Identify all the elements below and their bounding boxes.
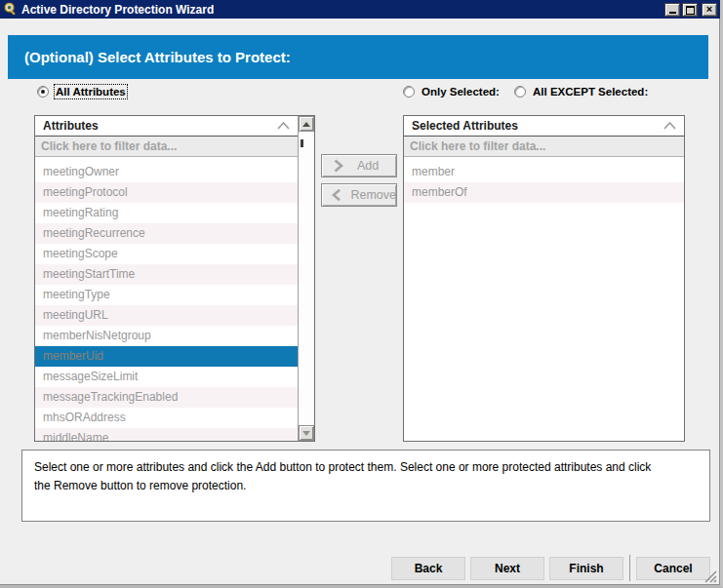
close-icon: × — [706, 3, 712, 16]
instructions-text: Select one or more attributes and click … — [34, 458, 659, 494]
radio-button-icon[interactable] — [37, 86, 49, 98]
page-title: (Optional) Select Attributes to Protect: — [24, 49, 291, 65]
minimize-button[interactable] — [664, 3, 680, 17]
selected-attributes-list-rows: membermemberOf — [404, 157, 684, 441]
scroll-up-button[interactable] — [299, 116, 314, 132]
scroll-up-arrow-icon — [302, 122, 310, 127]
attributes-filter-input[interactable]: Click here to filter data... — [35, 137, 298, 157]
attribute-scope-radios: All Attributes Only Selected: All EXCEPT… — [0, 86, 720, 105]
selected-attributes-filter-placeholder: Click here to filter data... — [410, 139, 545, 153]
remove-button-label: Remove — [350, 188, 396, 202]
add-button-label: Add — [357, 159, 379, 173]
attributes-scrollbar[interactable] — [298, 116, 314, 441]
attributes-list-title: Attributes — [43, 119, 99, 133]
minimize-icon — [669, 12, 676, 14]
finish-button[interactable]: Finish — [549, 557, 623, 580]
attributes-list-header[interactable]: Attributes — [35, 116, 298, 137]
attributes-list-rows: meetingOwnermeetingProtocolmeetingRating… — [35, 157, 298, 441]
scrollbar-track[interactable] — [299, 132, 314, 425]
list-item[interactable]: messageSizeLimit — [35, 367, 298, 387]
radio-only-selected[interactable]: Only Selected: — [403, 86, 500, 98]
list-item[interactable]: meetingRating — [35, 203, 298, 223]
radio-button-icon[interactable] — [514, 86, 526, 98]
chevron-left-icon — [332, 188, 341, 202]
scrollbar-thumb[interactable] — [301, 139, 303, 147]
remove-button[interactable]: Remove — [321, 183, 397, 207]
maximize-icon — [686, 6, 695, 15]
selected-attributes-list-title: Selected Attributes — [412, 119, 518, 133]
resize-grip-icon[interactable] — [701, 567, 717, 583]
instructions-box: Select one or more attributes and click … — [21, 450, 710, 522]
titlebar-buttons: × — [664, 3, 717, 17]
list-item[interactable]: middleName — [35, 428, 298, 441]
radio-all-attributes[interactable]: All Attributes — [37, 86, 126, 98]
close-button[interactable]: × — [702, 3, 717, 17]
list-item[interactable]: memberUid — [35, 346, 298, 367]
radio-all-except-selected[interactable]: All EXCEPT Selected: — [514, 86, 648, 98]
radio-all-except-selected-label: All EXCEPT Selected: — [533, 86, 648, 98]
chevron-up-icon[interactable] — [663, 122, 676, 130]
footer-divider — [629, 555, 630, 581]
list-item[interactable]: meetingRecurrence — [35, 223, 298, 244]
list-item[interactable]: member — [404, 162, 684, 182]
attributes-listbox: Attributes Click here to filter data... … — [34, 115, 315, 442]
radio-button-icon[interactable] — [403, 86, 415, 98]
cancel-button[interactable]: Cancel — [636, 557, 710, 580]
app-icon — [3, 2, 18, 17]
selected-attributes-listbox: Selected Attributes Click here to filter… — [403, 115, 685, 442]
back-button[interactable]: Back — [391, 557, 465, 580]
scroll-down-arrow-icon — [302, 431, 310, 436]
radio-only-selected-label: Only Selected: — [422, 86, 500, 98]
window-title: Active Directory Protection Wizard — [21, 3, 214, 17]
list-item[interactable]: meetingScope — [35, 244, 298, 264]
dialog-window: Active Directory Protection Wizard × (Op… — [0, 0, 723, 588]
list-item[interactable]: meetingOwner — [35, 162, 298, 182]
list-item[interactable]: messageTrackingEnabled — [35, 387, 298, 408]
list-item[interactable]: mhsORAddress — [35, 408, 298, 428]
scroll-down-button[interactable] — [299, 425, 314, 441]
chevron-up-icon[interactable] — [277, 122, 290, 130]
radio-all-attributes-label: All Attributes — [56, 86, 126, 98]
selected-attributes-filter-input[interactable]: Click here to filter data... — [404, 137, 684, 157]
list-item[interactable]: memberNisNetgroup — [35, 326, 298, 346]
attributes-filter-placeholder: Click here to filter data... — [41, 139, 177, 153]
maximize-button[interactable] — [682, 3, 698, 17]
list-item[interactable]: meetingStartTime — [35, 264, 298, 285]
add-button[interactable]: Add — [321, 154, 397, 177]
list-item[interactable]: meetingType — [35, 285, 298, 305]
list-item[interactable]: meetingURL — [35, 305, 298, 326]
list-item[interactable]: memberOf — [404, 182, 684, 203]
titlebar[interactable]: Active Directory Protection Wizard × — [0, 0, 720, 19]
chevron-right-icon — [334, 159, 343, 173]
list-item[interactable]: meetingProtocol — [35, 182, 298, 203]
selected-attributes-list-header[interactable]: Selected Attributes — [404, 116, 684, 137]
page-title-banner: (Optional) Select Attributes to Protect: — [8, 35, 708, 79]
next-button[interactable]: Next — [470, 557, 544, 580]
